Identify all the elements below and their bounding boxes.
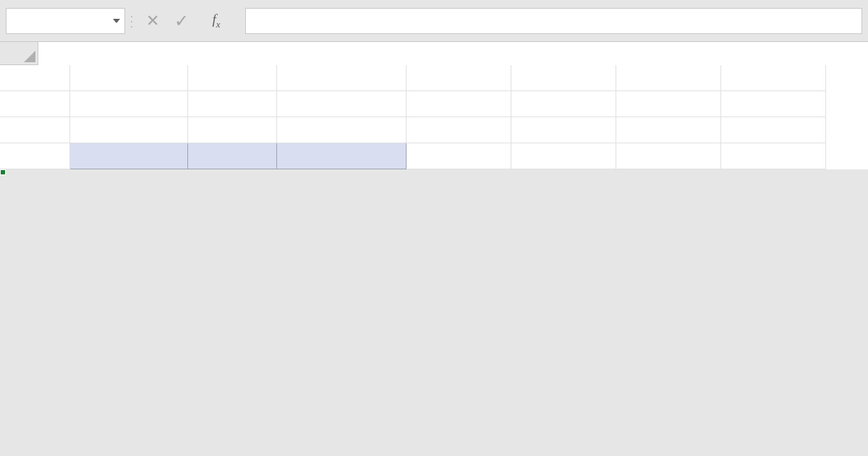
cell[interactable]	[407, 117, 511, 143]
cell[interactable]	[721, 91, 826, 117]
table-header-last[interactable]	[188, 143, 277, 169]
cell[interactable]	[407, 65, 511, 91]
cell[interactable]	[277, 65, 407, 91]
cell[interactable]	[721, 117, 826, 143]
cell[interactable]	[188, 91, 277, 117]
grid-body	[0, 65, 868, 169]
chevron-down-icon[interactable]	[113, 19, 120, 23]
formula-input[interactable]	[245, 8, 862, 34]
excel-window: ⋮ ✕ ✓ fx	[0, 0, 868, 456]
cell[interactable]	[511, 65, 616, 91]
cell[interactable]	[277, 91, 407, 117]
cancel-button[interactable]: ✕	[138, 8, 167, 34]
select-all-corner[interactable]	[0, 42, 38, 65]
close-icon: ✕	[146, 12, 159, 30]
cell[interactable]	[616, 117, 721, 143]
check-icon: ✓	[174, 11, 189, 31]
cell[interactable]	[188, 117, 277, 143]
table-header-this[interactable]	[277, 143, 407, 169]
cell[interactable]	[70, 91, 188, 117]
fill-handle[interactable]	[0, 169, 6, 175]
table-header-item[interactable]	[70, 143, 188, 169]
insert-function-button[interactable]: fx	[196, 8, 237, 34]
enter-button[interactable]: ✓	[167, 8, 196, 34]
cell[interactable]	[0, 91, 70, 117]
cell[interactable]	[721, 143, 826, 169]
cell[interactable]	[407, 91, 511, 117]
cell[interactable]	[0, 143, 70, 169]
cell[interactable]	[70, 117, 188, 143]
divider: ⋮	[125, 8, 138, 34]
cell[interactable]	[277, 117, 407, 143]
cell[interactable]	[721, 65, 826, 91]
fx-icon: fx	[212, 12, 220, 30]
cell[interactable]	[616, 143, 721, 169]
column-header-row	[0, 42, 868, 65]
cell[interactable]	[616, 91, 721, 117]
cells-area[interactable]	[0, 65, 826, 169]
cell[interactable]	[188, 65, 277, 91]
cell[interactable]	[0, 65, 70, 91]
cell[interactable]	[616, 65, 721, 91]
formula-bar: ⋮ ✕ ✓ fx	[0, 0, 868, 42]
cell[interactable]	[407, 143, 511, 169]
name-box[interactable]	[6, 8, 125, 34]
cell[interactable]	[511, 117, 616, 143]
cell[interactable]	[511, 91, 616, 117]
cell[interactable]	[0, 117, 70, 143]
cell[interactable]	[70, 65, 188, 91]
cell[interactable]	[511, 143, 616, 169]
